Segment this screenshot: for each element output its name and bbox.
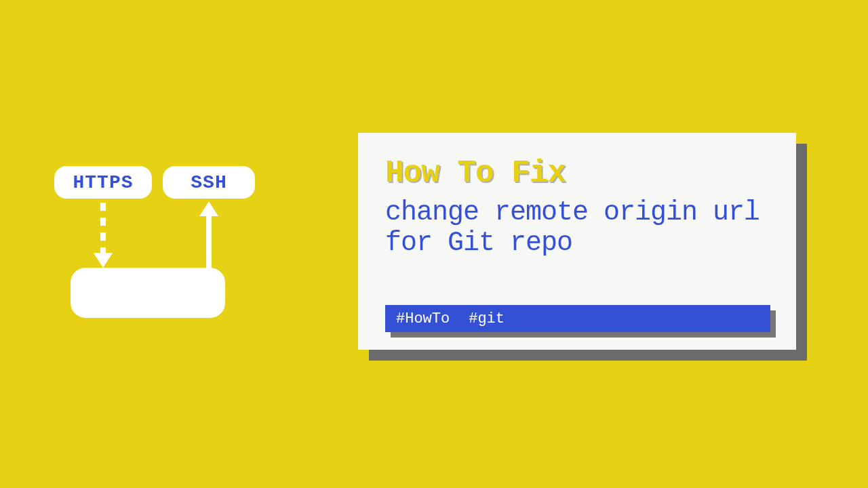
info-card: How To Fix change remote origin url for … [358,133,796,350]
protocol-diagram: HTTPS SSH [54,166,271,336]
tagbar: #HowTo #git [385,305,770,332]
node-https: HTTPS [54,166,152,199]
node-ssh: SSH [163,166,255,199]
tag-git: #git [469,310,505,327]
arrow-up-icon [206,215,212,268]
card-title: How To Fix [385,156,769,191]
arrow-down-dashed-icon [100,203,106,256]
node-ssh-label: SSH [191,172,226,193]
node-repo [71,268,225,318]
card-subtitle: change remote origin url for Git repo [385,198,769,259]
node-https-label: HTTPS [73,172,133,193]
tag-howto: #HowTo [396,310,450,327]
